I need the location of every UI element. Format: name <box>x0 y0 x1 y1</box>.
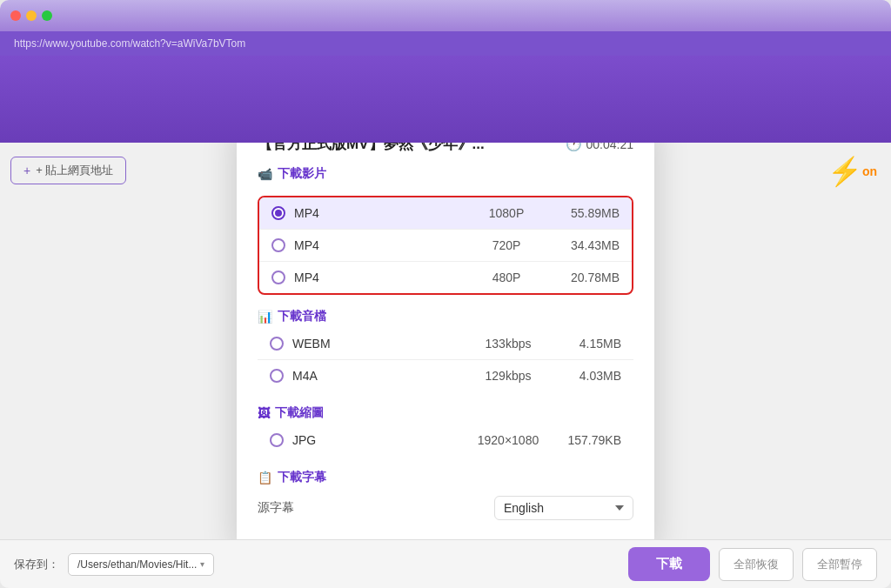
header-band <box>0 56 891 143</box>
chevron-down-icon: ▾ <box>200 559 204 569</box>
window-buttons <box>10 10 52 21</box>
video-option-1080p[interactable]: MP4 1080P 55.89MB <box>259 197 632 229</box>
bottom-bar: 保存到： /Users/ethan/Movies/Hit... ▾ 下載 全部恢… <box>0 539 891 588</box>
save-path-button[interactable]: /Users/ethan/Movies/Hit... ▾ <box>68 553 214 576</box>
thumbnail-option-jpg[interactable]: JPG 1920×1080 157.79KB <box>258 424 633 456</box>
thumbnail-section-label: 下載縮圖 <box>275 405 324 421</box>
radio-1080p[interactable] <box>271 206 285 220</box>
close-button[interactable] <box>10 10 21 21</box>
quality-720p: 720P <box>472 238 541 252</box>
pause-all-button[interactable]: 全部暫停 <box>802 548 877 581</box>
size-m4a: 4.03MB <box>552 369 621 383</box>
duration-text: 00:04:21 <box>586 143 634 151</box>
url-text: https://www.youtube.com/watch?v=aWiVa7bV… <box>14 37 245 50</box>
radio-720p[interactable] <box>271 238 285 252</box>
resume-all-button[interactable]: 全部恢復 <box>719 548 794 581</box>
app-window: https://www.youtube.com/watch?v=aWiVa7bV… <box>0 0 891 588</box>
download-button[interactable]: 下載 <box>628 547 710 581</box>
format-1080p: MP4 <box>294 206 463 220</box>
thumbnail-section: 🖼 下載縮圖 JPG 1920×1080 157.79KB <box>258 405 633 456</box>
audio-section-label: 下載音檔 <box>278 309 326 324</box>
radio-webm[interactable] <box>270 337 284 351</box>
modal-title-row: 【官方正式版MV】夢然《少年》... 🕐 00:04:21 <box>258 143 633 154</box>
radio-480p[interactable] <box>271 271 285 284</box>
video-section-label: 下載影片 <box>278 166 326 182</box>
video-options-box: MP4 1080P 55.89MB MP4 720P 34.43MB <box>258 196 633 295</box>
subtitle-icon: 📋 <box>258 471 272 484</box>
quality-webm: 133kbps <box>473 337 543 351</box>
video-option-480p[interactable]: MP4 480P 20.78MB <box>259 261 632 293</box>
save-path-text: /Users/ethan/Movies/Hit... <box>77 558 197 571</box>
quality-jpg: 1920×1080 <box>473 433 543 447</box>
size-480p: 20.78MB <box>550 271 620 284</box>
audio-options-list: WEBM 133kbps 4.15MB M4A 129kbps 4.03MB <box>258 328 633 391</box>
url-bar: https://www.youtube.com/watch?v=aWiVa7bV… <box>0 31 891 56</box>
video-icon: 📹 <box>258 167 272 181</box>
audio-section: 📊 下載音檔 WEBM 133kbps 4.15MB <box>258 309 633 391</box>
subtitle-language-select[interactable]: English Chinese Japanese <box>494 496 633 520</box>
thumbnail-section-header: 🖼 下載縮圖 <box>258 405 633 421</box>
maximize-button[interactable] <box>42 10 52 21</box>
modal-overlay: 【官方正式版MV】夢然《少年》... 🕐 00:04:21 📹 下載影片 <box>0 143 891 539</box>
format-720p: MP4 <box>294 238 463 252</box>
quality-1080p: 1080P <box>472 206 541 220</box>
duration-badge: 🕐 00:04:21 <box>566 143 634 152</box>
subtitle-section: 📋 下載字幕 源字幕 English Chinese Japanese <box>258 470 633 527</box>
audio-section-header: 📊 下載音檔 <box>258 309 633 324</box>
audio-option-webm[interactable]: WEBM 133kbps 4.15MB <box>258 328 633 359</box>
radio-jpg[interactable] <box>270 433 284 447</box>
format-480p: MP4 <box>294 271 463 284</box>
quality-480p: 480P <box>472 271 541 284</box>
minimize-button[interactable] <box>26 10 37 21</box>
subtitle-section-header: 📋 下載字幕 <box>258 470 633 485</box>
size-webm: 4.15MB <box>552 337 621 351</box>
thumbnail-icon: 🖼 <box>258 406 270 420</box>
audio-icon: 📊 <box>258 310 272 324</box>
clock-icon: 🕐 <box>566 143 582 152</box>
format-webm: WEBM <box>292 337 465 351</box>
subtitle-section-label: 下載字幕 <box>278 470 326 485</box>
video-option-720p[interactable]: MP4 720P 34.43MB <box>259 229 632 261</box>
video-section-header: 📹 下載影片 <box>258 166 633 182</box>
subtitle-source-label: 源字幕 <box>258 500 486 516</box>
modal-body[interactable]: MP4 1080P 55.89MB MP4 720P 34.43MB <box>237 196 654 539</box>
audio-option-m4a[interactable]: M4A 129kbps 4.03MB <box>258 359 633 391</box>
size-1080p: 55.89MB <box>550 206 620 220</box>
quality-m4a: 129kbps <box>473 369 543 383</box>
size-jpg: 157.79KB <box>552 433 621 447</box>
body-row: + + 貼上網頁地址 ⚡ on 【官方正式版MV】夢然《少年》... 🕐 <box>0 143 891 539</box>
title-bar <box>0 0 891 31</box>
modal-title: 【官方正式版MV】夢然《少年》... <box>258 143 555 154</box>
save-to-label: 保存到： <box>14 557 59 572</box>
subtitle-row: 源字幕 English Chinese Japanese <box>258 489 633 527</box>
download-modal: 【官方正式版MV】夢然《少年》... 🕐 00:04:21 📹 下載影片 <box>237 143 654 539</box>
size-720p: 34.43MB <box>550 238 620 252</box>
format-m4a: M4A <box>292 369 465 383</box>
format-jpg: JPG <box>292 433 465 447</box>
radio-m4a[interactable] <box>270 369 284 383</box>
modal-header: 【官方正式版MV】夢然《少年》... 🕐 00:04:21 📹 下載影片 <box>237 143 654 196</box>
